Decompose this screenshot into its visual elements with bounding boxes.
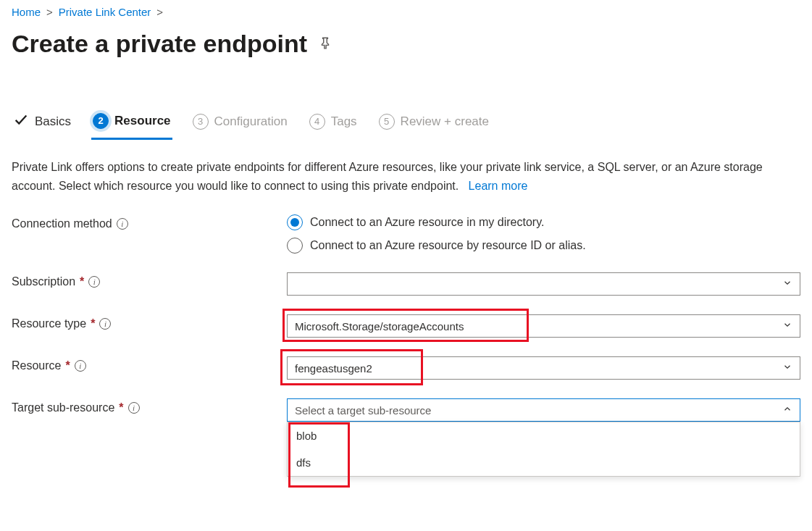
tab-label: Review + create bbox=[401, 114, 489, 129]
chevron-right-icon: > bbox=[46, 6, 53, 18]
step-number: 5 bbox=[379, 114, 395, 130]
step-number: 4 bbox=[309, 114, 325, 130]
option-blob[interactable]: blob bbox=[288, 422, 800, 449]
option-dfs[interactable]: dfs bbox=[288, 449, 800, 476]
tab-tags[interactable]: 4 Tags bbox=[308, 114, 359, 138]
chevron-down-icon bbox=[782, 278, 792, 290]
step-number: 3 bbox=[193, 114, 209, 130]
chevron-up-icon bbox=[782, 404, 792, 417]
info-icon[interactable]: i bbox=[99, 318, 111, 330]
info-icon[interactable]: i bbox=[88, 276, 100, 288]
step-number: 2 bbox=[93, 113, 109, 129]
chevron-down-icon bbox=[782, 320, 792, 333]
required-indicator: * bbox=[119, 401, 123, 414]
tab-label: Resource bbox=[114, 114, 170, 128]
tab-label: Configuration bbox=[214, 114, 288, 129]
breadcrumb: Home > Private Link Center > bbox=[12, 3, 800, 24]
breadcrumb-private-link-center[interactable]: Private Link Center bbox=[59, 6, 151, 18]
dropdown-value: fengeastusgen2 bbox=[295, 362, 372, 375]
radio-label: Connect to an Azure resource in my direc… bbox=[310, 216, 544, 229]
target-sub-resource-label: Target sub-resource bbox=[12, 401, 114, 414]
radio-connect-directory[interactable]: Connect to an Azure resource in my direc… bbox=[287, 214, 800, 230]
tab-label: Tags bbox=[331, 114, 357, 129]
description-text: Private Link offers options to create pr… bbox=[12, 161, 763, 192]
chevron-right-icon: > bbox=[156, 6, 163, 18]
learn-more-link[interactable]: Learn more bbox=[469, 180, 528, 192]
tab-review-create[interactable]: 5 Review + create bbox=[377, 114, 490, 138]
info-icon[interactable]: i bbox=[117, 218, 128, 230]
radio-connect-resourceid[interactable]: Connect to an Azure resource by resource… bbox=[287, 238, 800, 254]
resource-dropdown[interactable]: fengeastusgen2 bbox=[287, 356, 800, 380]
info-icon[interactable]: i bbox=[128, 402, 140, 414]
chevron-down-icon bbox=[782, 362, 792, 375]
dropdown-listbox: blob dfs bbox=[287, 422, 800, 477]
page-title: Create a private endpoint bbox=[12, 30, 307, 58]
tab-resource[interactable]: 2 Resource bbox=[91, 113, 172, 140]
pin-icon[interactable] bbox=[319, 36, 332, 51]
connection-method-label: Connection method bbox=[12, 217, 112, 230]
wizard-tabs: Basics 2 Resource 3 Configuration 4 Tags… bbox=[12, 112, 800, 141]
info-icon[interactable]: i bbox=[75, 360, 86, 372]
resource-label: Resource bbox=[12, 359, 61, 372]
resource-type-label: Resource type bbox=[12, 317, 86, 330]
subscription-dropdown[interactable] bbox=[287, 272, 800, 296]
tab-configuration[interactable]: 3 Configuration bbox=[191, 114, 289, 138]
radio-input[interactable] bbox=[287, 238, 303, 254]
breadcrumb-home[interactable]: Home bbox=[12, 6, 41, 18]
dropdown-placeholder: Select a target sub-resource bbox=[295, 404, 431, 417]
target-sub-resource-dropdown[interactable]: Select a target sub-resource bbox=[287, 398, 800, 422]
dropdown-value: Microsoft.Storage/storageAccounts bbox=[295, 320, 464, 333]
radio-label: Connect to an Azure resource by resource… bbox=[310, 239, 586, 252]
required-indicator: * bbox=[80, 275, 84, 288]
tab-basics[interactable]: Basics bbox=[12, 112, 72, 140]
page-description: Private Link offers options to create pr… bbox=[12, 141, 800, 196]
required-indicator: * bbox=[91, 317, 95, 330]
subscription-label: Subscription bbox=[12, 275, 75, 288]
tab-label: Basics bbox=[35, 114, 71, 129]
radio-input-selected[interactable] bbox=[287, 214, 303, 230]
check-icon bbox=[13, 112, 29, 131]
resource-type-dropdown[interactable]: Microsoft.Storage/storageAccounts bbox=[287, 314, 800, 338]
required-indicator: * bbox=[65, 359, 70, 372]
